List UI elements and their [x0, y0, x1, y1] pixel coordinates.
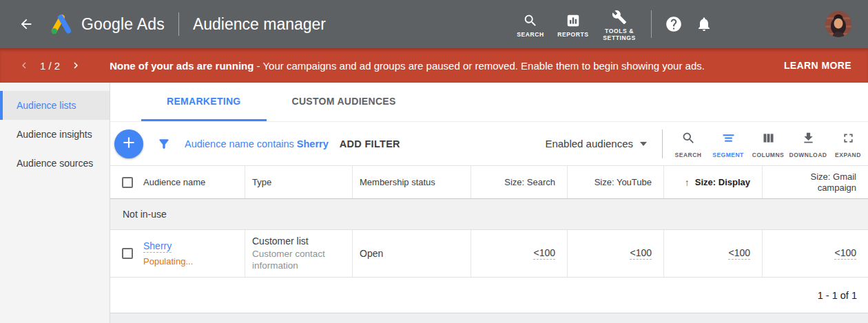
- banner-previous-icon[interactable]: [15, 56, 33, 74]
- header-size-display[interactable]: ↑ Size: Display: [663, 166, 762, 198]
- cell-size-display: <100: [663, 230, 762, 277]
- columns-button[interactable]: COLUMNS: [748, 129, 788, 158]
- type-secondary: Customer contact information: [252, 248, 345, 271]
- download-button[interactable]: DOWNLOAD: [788, 129, 828, 158]
- brand-name: Google Ads: [81, 15, 165, 34]
- table-search-button[interactable]: SEARCH: [668, 129, 708, 158]
- download-label: DOWNLOAD: [789, 152, 827, 158]
- column-label-size-search: Size: Search: [504, 177, 555, 188]
- sidebar-item-audience-insights[interactable]: Audience insights: [0, 120, 110, 149]
- membership-status-value: Open: [360, 248, 383, 259]
- pagination-range: 1 - 1 of 1: [818, 290, 857, 301]
- topbar: Google Ads Audience manager SEARCH REPOR…: [0, 0, 868, 48]
- toolbar-separator: [662, 129, 663, 158]
- header-size-youtube[interactable]: Size: YouTube: [567, 166, 663, 198]
- sidebar: Audience lists Audience insights Audienc…: [0, 83, 110, 323]
- reports-icon: [566, 13, 581, 28]
- body: Audience lists Audience insights Audienc…: [0, 83, 868, 323]
- cell-audience-name: Sherry Populating...: [110, 230, 245, 277]
- topbar-search-label: SEARCH: [517, 31, 544, 38]
- table-header-row: Audience name Type Membership status Siz…: [110, 165, 868, 199]
- search-icon: [523, 13, 538, 28]
- page-title: Audience manager: [193, 15, 326, 34]
- size-youtube-value[interactable]: <100: [630, 247, 652, 260]
- filter-funnel-icon[interactable]: [157, 137, 171, 151]
- user-avatar[interactable]: [825, 11, 851, 37]
- search-icon: [681, 131, 696, 148]
- page-background: [110, 313, 868, 323]
- size-search-value[interactable]: <100: [533, 247, 555, 260]
- column-label-audience-name: Audience name: [143, 177, 205, 188]
- alert-banner: 1 / 2 None of your ads are running - You…: [0, 48, 868, 83]
- type-stack: Customer list Customer contact informati…: [252, 236, 345, 271]
- size-display-value[interactable]: <100: [728, 247, 750, 260]
- select-all-checkbox[interactable]: [122, 177, 133, 188]
- banner-message: None of your ads are running - Your camp…: [110, 60, 705, 72]
- plus-icon: [120, 134, 138, 154]
- row-checkbox[interactable]: [122, 248, 133, 259]
- column-label-size-gmail: Size: Gmail campaign: [769, 171, 856, 194]
- expand-button[interactable]: EXPAND: [828, 129, 868, 158]
- header-membership-status[interactable]: Membership status: [352, 166, 471, 198]
- populating-status: Populating...: [143, 256, 193, 267]
- header-type[interactable]: Type: [245, 166, 352, 198]
- sidebar-item-audience-sources[interactable]: Audience sources: [0, 149, 110, 178]
- topbar-right: SEARCH REPORTS TOOLS & SETTINGS: [509, 7, 851, 41]
- column-label-type: Type: [252, 177, 271, 188]
- audience-view-dropdown[interactable]: Enabled audiences: [545, 138, 647, 149]
- back-arrow-icon[interactable]: [14, 12, 39, 37]
- topbar-search-button[interactable]: SEARCH: [509, 10, 552, 38]
- segment-label: SEGMENT: [712, 152, 744, 158]
- expand-icon: [841, 131, 856, 148]
- columns-label: COLUMNS: [752, 152, 784, 158]
- filter-condition: Audience name contains: [185, 138, 294, 149]
- google-ads-logo-icon: [48, 12, 74, 36]
- main-panel: REMARKETING CUSTOM AUDIENCES Audience na…: [110, 83, 868, 323]
- audience-name-stack: Sherry Populating...: [143, 240, 193, 267]
- topbar-tools-settings-button[interactable]: TOOLS & SETTINGS: [595, 7, 644, 41]
- cell-membership-status: Open: [352, 230, 471, 277]
- header-size-gmail-campaign[interactable]: Size: Gmail campaign: [762, 166, 868, 198]
- notifications-bell-icon[interactable]: [692, 12, 716, 37]
- toolbar: Audience name containsSherry ADD FILTER …: [110, 122, 868, 165]
- banner-next-icon[interactable]: [67, 56, 85, 74]
- learn-more-link[interactable]: LEARN MORE: [784, 60, 851, 71]
- table-row: Sherry Populating... Customer list Custo…: [110, 230, 868, 278]
- tab-remarketing[interactable]: REMARKETING: [141, 83, 267, 121]
- audience-view-value: Enabled audiences: [545, 138, 633, 149]
- audience-name-link[interactable]: Sherry: [143, 240, 172, 253]
- banner-pager: 1 / 2: [40, 60, 60, 72]
- group-label: Not in-use: [123, 209, 167, 220]
- sort-ascending-icon: ↑: [685, 177, 690, 188]
- topbar-reports-button[interactable]: REPORTS: [552, 10, 595, 38]
- column-label-size-display: Size: Display: [695, 177, 750, 188]
- segment-icon: [721, 131, 736, 148]
- help-icon[interactable]: [661, 12, 686, 37]
- wrench-icon: [612, 10, 627, 25]
- size-gmail-value[interactable]: <100: [834, 247, 856, 260]
- expand-label: EXPAND: [835, 152, 861, 158]
- cell-size-gmail: <100: [762, 230, 868, 277]
- header-size-search[interactable]: Size: Search: [471, 166, 567, 198]
- table-group-row-not-in-use: Not in-use: [110, 199, 868, 230]
- add-audience-button[interactable]: [114, 129, 143, 158]
- topbar-divider: [178, 12, 179, 36]
- cell-type: Customer list Customer contact informati…: [245, 230, 352, 277]
- banner-message-rest: - Your campaigns and ad groups are pause…: [254, 60, 705, 72]
- active-filter-chip[interactable]: Audience name containsSherry: [185, 138, 329, 149]
- topbar-tools-settings-label: TOOLS & SETTINGS: [601, 28, 638, 41]
- sidebar-item-audience-lists[interactable]: Audience lists: [0, 91, 110, 120]
- table-search-label: SEARCH: [675, 152, 702, 158]
- cell-size-youtube: <100: [567, 230, 663, 277]
- tab-custom-audiences[interactable]: CUSTOM AUDIENCES: [267, 83, 422, 121]
- dropdown-caret-icon: [640, 142, 647, 146]
- banner-message-bold: None of your ads are running: [110, 60, 254, 72]
- tab-bar: REMARKETING CUSTOM AUDIENCES: [110, 83, 868, 122]
- segment-button[interactable]: SEGMENT: [708, 129, 748, 158]
- topbar-separator: [651, 10, 652, 38]
- topbar-reports-label: REPORTS: [557, 31, 588, 38]
- column-label-size-youtube: Size: YouTube: [595, 177, 652, 188]
- google-ads-audience-manager-screen: Google Ads Audience manager SEARCH REPOR…: [0, 0, 868, 323]
- type-primary: Customer list: [252, 236, 345, 247]
- add-filter-button[interactable]: ADD FILTER: [340, 138, 400, 149]
